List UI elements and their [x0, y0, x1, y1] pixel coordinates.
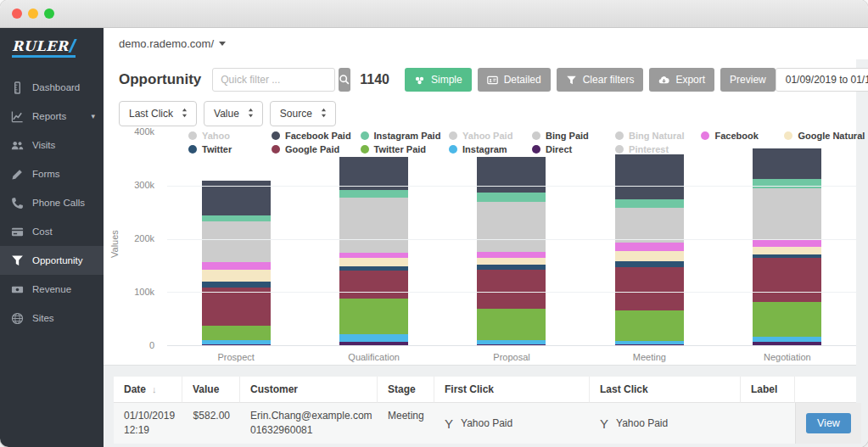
bar-segment-google-paid[interactable]: [477, 270, 546, 308]
bar-segment-instagram-paid[interactable]: [202, 215, 271, 221]
bar-segment-direct[interactable]: [753, 342, 821, 345]
legend-item-facebook[interactable]: Facebook: [701, 129, 767, 142]
clear-filters-button[interactable]: Clear filters: [557, 68, 644, 92]
detailed-view-button[interactable]: Detailed: [478, 68, 551, 92]
legend-item-direct[interactable]: Direct: [532, 142, 598, 156]
quick-filter-input[interactable]: [212, 68, 335, 92]
legend-item-facebook-paid[interactable]: Facebook Paid: [272, 129, 344, 142]
sidebar-item-label: Opportunity: [32, 255, 82, 265]
bar-segment-twitter-paid[interactable]: [202, 326, 271, 340]
view-button[interactable]: View: [806, 413, 851, 433]
logo[interactable]: RULER: [0, 28, 104, 66]
sidebar-item-revenue[interactable]: Revenue: [0, 275, 104, 304]
legend-item-twitter-paid[interactable]: Twitter Paid: [361, 142, 433, 156]
table-header-label[interactable]: Label: [741, 377, 795, 403]
bar-segment-instagram-paid[interactable]: [615, 199, 684, 208]
sidebar-item-reports[interactable]: Reports▾: [0, 102, 104, 131]
bar-segment-bing-paid[interactable]: [615, 208, 684, 243]
table-header-first-click[interactable]: First Click: [434, 377, 590, 403]
bar-segment-google-paid[interactable]: [615, 267, 684, 310]
bar-segment-google-paid[interactable]: [339, 271, 408, 298]
sidebar-item-forms[interactable]: Forms: [0, 159, 104, 188]
legend-label: Twitter Paid: [374, 144, 427, 154]
export-button[interactable]: Export: [649, 68, 714, 92]
bar-segment-instagram[interactable]: [339, 334, 408, 341]
bar-segment-twitter[interactable]: [202, 282, 271, 288]
pencil-icon: [11, 168, 24, 181]
bar-segment-google-paid[interactable]: [202, 288, 271, 326]
x-axis-label: Qualification: [305, 352, 442, 362]
search-button[interactable]: [339, 68, 350, 92]
app-window: RULER DashboardReports▾VisitsFormsPhone …: [0, 0, 868, 447]
sidebar-item-sites[interactable]: Sites: [0, 304, 104, 332]
bar-segment-facebook-paid[interactable]: [477, 157, 546, 193]
sidebar-item-cost[interactable]: Cost: [0, 217, 104, 246]
yahoo-icon: Y: [445, 416, 453, 431]
bar-segment-google-natural[interactable]: [339, 258, 408, 266]
minimize-window-button[interactable]: [28, 8, 38, 19]
select-last-click[interactable]: Last Click: [119, 101, 197, 126]
bar-segment-google-natural[interactable]: [753, 247, 821, 254]
table-row[interactable]: 01/10/201912:19 $582.00 Erin.Chang@examp…: [114, 403, 856, 444]
select-value[interactable]: Value: [204, 101, 263, 126]
bar-segment-facebook[interactable]: [202, 262, 271, 270]
bar-segment-bing-paid[interactable]: [477, 202, 546, 252]
chevron-down-icon: ▾: [91, 112, 95, 120]
legend-item-instagram[interactable]: Instagram: [449, 142, 515, 156]
bar-segment-twitter-paid[interactable]: [339, 299, 408, 335]
bar-segment-facebook-paid[interactable]: [615, 154, 684, 200]
date-range-selector[interactable]: 01/09/2019 to 01/10/2019: [776, 68, 868, 92]
legend-item-instagram-paid[interactable]: Instagram Paid: [361, 129, 433, 142]
id-card-icon: [487, 75, 498, 86]
bar-segment-twitter-paid[interactable]: [753, 302, 821, 337]
close-window-button[interactable]: [12, 8, 22, 19]
table-header-date[interactable]: Date↓: [114, 377, 182, 403]
legend-item-google-natural[interactable]: Google Natural: [784, 129, 856, 142]
domain-selector[interactable]: demo.rademo.com/: [119, 37, 226, 50]
simple-view-button[interactable]: Simple: [405, 68, 472, 92]
bar-segment-twitter[interactable]: [615, 261, 684, 268]
preview-button[interactable]: Preview: [720, 68, 776, 92]
bar-segment-facebook[interactable]: [477, 252, 546, 259]
legend-item-pinterest[interactable]: Pinterest: [615, 142, 684, 156]
bar-segment-direct[interactable]: [202, 344, 271, 345]
select-source[interactable]: Source: [270, 101, 336, 126]
legend-dot: [532, 145, 540, 154]
zoom-window-button[interactable]: [44, 8, 54, 19]
bar-segment-bing-paid[interactable]: [339, 198, 408, 253]
table-header-customer[interactable]: Customer: [240, 377, 378, 403]
bar-segment-facebook[interactable]: [615, 243, 684, 251]
bar-segment-google-natural[interactable]: [477, 258, 546, 265]
bar-segment-instagram-paid[interactable]: [339, 190, 408, 198]
sidebar-item-opportunity[interactable]: Opportunity: [0, 246, 104, 275]
legend-item-twitter[interactable]: Twitter: [188, 142, 255, 156]
chart-legend: YahooTwitterFacebook PaidGoogle PaidInst…: [188, 129, 856, 156]
bar-segment-direct[interactable]: [339, 342, 408, 345]
opportunity-table: Date↓ Value Customer Stage First Click L…: [114, 377, 856, 444]
bar-segment-twitter-paid[interactable]: [477, 309, 546, 341]
bar-segment-google-paid[interactable]: [753, 258, 821, 302]
bar-segment-facebook[interactable]: [753, 240, 821, 247]
bar-segment-bing-paid[interactable]: [753, 188, 821, 239]
legend-item-google-paid[interactable]: Google Paid: [272, 142, 344, 156]
table-header-value[interactable]: Value: [182, 377, 240, 403]
bar-segment-twitter-paid[interactable]: [615, 310, 684, 341]
sidebar-item-phone-calls[interactable]: Phone Calls: [0, 188, 104, 217]
bar-segment-google-natural[interactable]: [202, 270, 271, 282]
table-header-last-click[interactable]: Last Click: [590, 377, 741, 403]
legend-item-yahoo-paid[interactable]: Yahoo Paid: [449, 129, 515, 142]
bar-segment-instagram-paid[interactable]: [753, 179, 821, 188]
bar-segment-instagram-paid[interactable]: [477, 193, 546, 202]
sidebar-item-dashboard[interactable]: Dashboard: [0, 73, 104, 102]
legend-item-bing-paid[interactable]: Bing Paid: [532, 129, 598, 142]
table-header-stage[interactable]: Stage: [378, 377, 434, 403]
bar-segment-direct[interactable]: [615, 344, 684, 345]
sidebar-item-visits[interactable]: Visits: [0, 131, 104, 159]
bar-segment-google-natural[interactable]: [615, 251, 684, 260]
select-value: Value: [214, 108, 239, 120]
bar-segment-direct[interactable]: [477, 344, 546, 345]
sort-descending-icon: ↓: [152, 384, 157, 394]
legend-item-bing-natural[interactable]: Bing Natural: [615, 129, 684, 142]
legend-item-yahoo[interactable]: Yahoo: [188, 129, 255, 142]
bar-segment-bing-paid[interactable]: [202, 221, 271, 262]
